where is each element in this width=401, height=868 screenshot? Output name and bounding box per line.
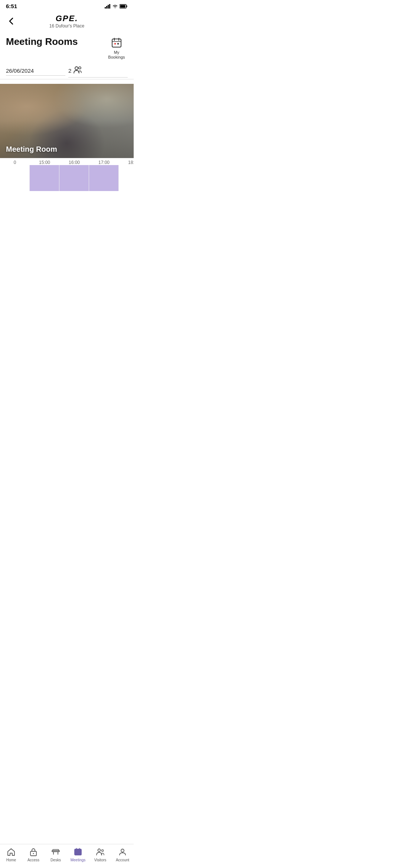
room-image: Meeting Room	[0, 84, 134, 158]
logo-subtitle: 16 Dufour's Place	[49, 23, 84, 29]
time-label-1600: 16:00	[59, 160, 89, 165]
status-bar: 6:51	[0, 0, 134, 11]
logo-text: GPE.	[56, 14, 78, 23]
battery-icon	[120, 4, 128, 9]
slot-1630[interactable]	[119, 165, 134, 191]
logo: GPE. 16 Dufour's Place	[49, 14, 84, 29]
status-time: 6:51	[6, 3, 17, 9]
date-filter[interactable]: 26/06/2024	[6, 68, 65, 76]
svg-point-13	[75, 67, 78, 70]
my-bookings-label: My Bookings	[105, 50, 128, 60]
signal-icon	[105, 4, 111, 9]
page-title: Meeting Rooms	[6, 36, 105, 47]
people-icon	[74, 66, 82, 76]
timeline-slots	[0, 165, 134, 191]
slot-1600[interactable]	[89, 165, 119, 191]
slot-1530[interactable]	[59, 165, 89, 191]
room-name: Meeting Room	[6, 145, 57, 154]
people-filter[interactable]: 2	[68, 66, 128, 78]
slot-1500[interactable]	[30, 165, 59, 191]
calendar-icon	[110, 36, 123, 49]
filters-row: 26/06/2024 2	[0, 63, 134, 79]
time-label-1500: 15:00	[30, 160, 59, 165]
svg-rect-7	[112, 39, 121, 47]
svg-rect-12	[117, 43, 119, 45]
timeline-labels: 0 15:00 16:00 17:00 18:00 19:00	[0, 158, 134, 165]
room-card[interactable]: Meeting Room 0 15:00 16:00 17:00 18:00 1…	[0, 84, 134, 191]
timeline[interactable]: 0 15:00 16:00 17:00 18:00 19:00	[0, 158, 134, 191]
wifi-icon	[112, 4, 118, 9]
svg-rect-1	[106, 6, 107, 9]
svg-rect-2	[108, 5, 109, 9]
time-label-1700: 17:00	[89, 160, 119, 165]
svg-rect-3	[109, 4, 110, 9]
svg-point-14	[79, 67, 81, 69]
svg-rect-0	[105, 7, 106, 9]
header: GPE. 16 Dufour's Place	[0, 11, 134, 32]
page-header: Meeting Rooms My Bookings	[0, 32, 134, 63]
people-count: 2	[68, 68, 71, 74]
my-bookings-button[interactable]: My Bookings	[105, 36, 128, 60]
svg-rect-5	[127, 5, 127, 7]
status-icons	[105, 4, 128, 9]
back-button[interactable]	[4, 14, 18, 28]
svg-rect-11	[114, 43, 116, 45]
time-label-1800: 18:00	[119, 160, 134, 165]
timeline-inner: 0 15:00 16:00 17:00 18:00 19:00	[0, 158, 134, 191]
time-label-0: 0	[0, 160, 30, 165]
slot-0[interactable]	[0, 165, 30, 191]
svg-rect-6	[120, 5, 125, 7]
